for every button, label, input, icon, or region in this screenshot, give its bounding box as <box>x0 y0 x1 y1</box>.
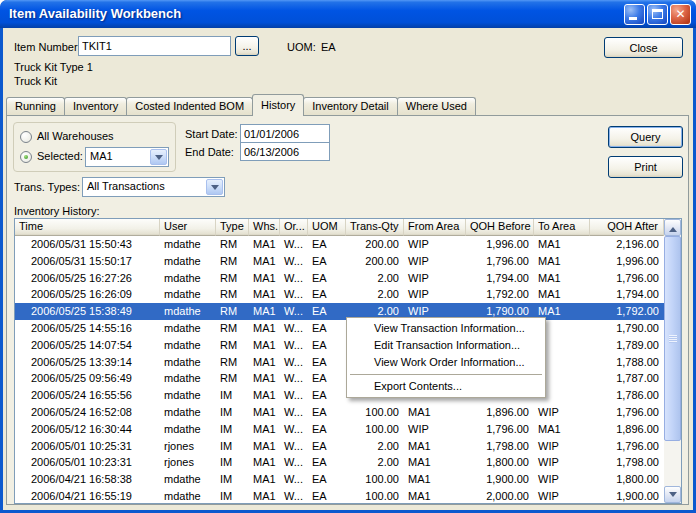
minimize-button[interactable] <box>624 4 645 25</box>
end-date-input[interactable] <box>240 142 330 161</box>
table-cell: WIP <box>534 471 590 488</box>
table-cell: MA1 <box>534 421 590 438</box>
table-row[interactable]: 2006/05/24 16:52:08mdatheIMMA1W...EA100.… <box>15 404 664 421</box>
menu-item-export-contents[interactable]: Export Contents... <box>349 378 543 395</box>
selected-warehouse-label[interactable]: Selected: <box>37 150 83 162</box>
column-header-trans-qty[interactable]: Trans-Qty <box>346 219 404 236</box>
table-row[interactable]: 2006/05/12 16:30:44mdatheIMMA1W...EA100.… <box>15 421 664 438</box>
vertical-scrollbar[interactable] <box>664 219 681 503</box>
tab-where-used[interactable]: Where Used <box>397 97 476 115</box>
table-cell: 100.00 <box>346 404 404 421</box>
scrollbar-up-button[interactable] <box>664 219 681 236</box>
table-cell: 2.00 <box>346 454 404 471</box>
table-cell: 1,796.00 <box>590 270 664 287</box>
menu-item-edit-transaction-information[interactable]: Edit Transaction Information... <box>349 337 543 354</box>
table-row[interactable]: 2006/05/25 16:26:09mdatheRMMA1W...EA2.00… <box>15 286 664 303</box>
table-row[interactable]: 2006/05/31 15:50:43mdatheRMMA1W...EA200.… <box>15 236 664 253</box>
column-header-type[interactable]: Type <box>216 219 249 236</box>
table-row[interactable]: 2006/04/21 16:58:38mdatheIMMA1W...EA100.… <box>15 471 664 488</box>
chevron-down-icon <box>211 185 219 194</box>
column-header-user[interactable]: User <box>160 219 216 236</box>
table-cell: 1,896.00 <box>466 404 534 421</box>
start-date-input[interactable] <box>240 124 330 143</box>
warehouse-combo-arrow[interactable] <box>150 149 167 165</box>
table-row[interactable]: 2006/05/25 09:56:49mdatheRMMA1W...EA1,78… <box>15 370 664 387</box>
menu-item-view-work-order-information[interactable]: View Work Order Information... <box>349 354 543 371</box>
table-cell: MA1 <box>249 253 280 270</box>
uom-value: EA <box>321 41 336 53</box>
table-cell: WIP <box>534 404 590 421</box>
table-row[interactable]: 2006/05/25 14:07:54mdatheRMMA1W...EA1,78… <box>15 337 664 354</box>
table-cell: 200.00 <box>346 236 404 253</box>
column-header-time[interactable]: Time <box>15 219 160 236</box>
menu-item-view-transaction-information[interactable]: View Transaction Information... <box>349 320 543 337</box>
table-cell: EA <box>308 337 346 354</box>
item-number-input[interactable] <box>78 36 231 56</box>
table-cell: IM <box>216 421 249 438</box>
table-cell: W... <box>280 404 308 421</box>
column-header-qoh-after[interactable]: QOH After <box>590 219 664 236</box>
column-header-qoh-before[interactable]: QOH Before <box>466 219 534 236</box>
table-cell: WIP <box>404 270 466 287</box>
column-header-whs[interactable]: Whs. <box>249 219 280 236</box>
table-cell: 200.00 <box>346 253 404 270</box>
all-warehouses-label[interactable]: All Warehouses <box>37 130 114 142</box>
table-row[interactable]: 2006/05/25 15:38:49mdatheRMMA1W...EA2.00… <box>15 303 664 320</box>
scrollbar-down-button[interactable] <box>664 486 681 503</box>
table-cell: 2006/05/25 14:07:54 <box>15 337 160 354</box>
table-cell: EA <box>308 471 346 488</box>
column-header-uom[interactable]: UOM <box>308 219 346 236</box>
table-cell: mdathe <box>160 320 216 337</box>
trans-types-combo-arrow[interactable] <box>206 179 223 195</box>
table-cell: EA <box>308 270 346 287</box>
table-cell: 1,788.00 <box>590 354 664 371</box>
table-cell: WIP <box>404 253 466 270</box>
table-row[interactable]: 2006/05/01 10:25:31rjonesIMMA1W...EA2.00… <box>15 438 664 455</box>
warehouse-combo[interactable]: MA1 <box>85 147 169 167</box>
table-cell: MA1 <box>404 454 466 471</box>
table-cell: 2006/05/31 15:50:43 <box>15 236 160 253</box>
table-row[interactable]: 2006/05/25 13:39:14mdatheRMMA1W...EA1,78… <box>15 354 664 371</box>
tab-costed-indented-bom[interactable]: Costed Indented BOM <box>126 97 253 115</box>
table-cell: W... <box>280 337 308 354</box>
titlebar[interactable]: Item Availability Workbench ✕ <box>0 0 696 28</box>
all-warehouses-radio[interactable] <box>20 131 32 143</box>
table-row[interactable]: 2006/04/21 16:55:19mdatheIMMA1W...EA100.… <box>15 488 664 503</box>
table-row[interactable]: 2006/05/25 14:55:16mdatheRMMA1W...EA1,79… <box>15 320 664 337</box>
tab-running[interactable]: Running <box>6 97 65 115</box>
close-window-button[interactable]: ✕ <box>670 4 691 25</box>
tab-history[interactable]: History <box>252 94 304 116</box>
table-cell: EA <box>308 404 346 421</box>
table-cell: MA1 <box>534 286 590 303</box>
close-button[interactable]: Close <box>604 37 683 58</box>
trans-types-combo[interactable]: All Transactions <box>82 177 225 197</box>
selected-warehouse-radio[interactable] <box>20 151 32 163</box>
column-header-or[interactable]: Or... <box>280 219 308 236</box>
close-icon: ✕ <box>671 7 690 21</box>
browse-button[interactable]: ... <box>235 36 259 56</box>
table-cell: W... <box>280 286 308 303</box>
table-cell: 2006/05/01 10:23:31 <box>15 454 160 471</box>
print-button[interactable]: Print <box>608 156 683 178</box>
scrollbar-thumb[interactable] <box>664 236 681 441</box>
tab-inventory-detail[interactable]: Inventory Detail <box>303 97 397 115</box>
uom-label: UOM: <box>287 41 316 53</box>
maximize-button[interactable] <box>647 4 668 25</box>
table-cell: MA1 <box>534 270 590 287</box>
table-cell: EA <box>308 454 346 471</box>
column-header-from-area[interactable]: From Area <box>404 219 466 236</box>
table-row[interactable]: 2006/05/24 16:55:56mdatheIMMA1W...EA1,78… <box>15 387 664 404</box>
tab-inventory[interactable]: Inventory <box>64 97 127 115</box>
table-cell: RM <box>216 370 249 387</box>
query-button[interactable]: Query <box>608 126 683 148</box>
table-cell: IM <box>216 387 249 404</box>
column-header-to-area[interactable]: To Area <box>534 219 590 236</box>
table-row[interactable]: 2006/05/01 10:23:31rjonesIMMA1W...EA2.00… <box>15 454 664 471</box>
table-row[interactable]: 2006/05/31 15:50:17mdatheRMMA1W...EA200.… <box>15 253 664 270</box>
minimize-icon <box>629 17 637 20</box>
table-cell: MA1 <box>249 286 280 303</box>
table-cell: 1,996.00 <box>466 236 534 253</box>
table-cell: IM <box>216 438 249 455</box>
table-row[interactable]: 2006/05/25 16:27:26mdatheRMMA1W...EA2.00… <box>15 270 664 287</box>
table-cell: MA1 <box>404 488 466 503</box>
